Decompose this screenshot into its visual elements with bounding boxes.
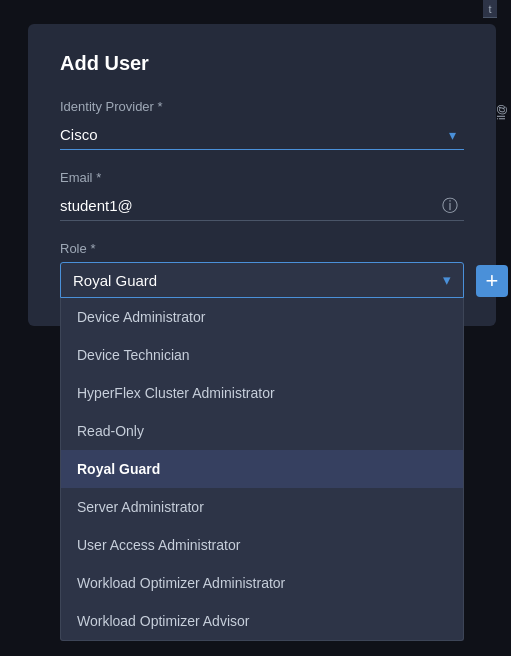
add-icon: + [486, 270, 499, 292]
email-label: Email * [60, 170, 464, 185]
role-option-device-technician[interactable]: Device Technician [61, 336, 463, 374]
role-option-workload-optimizer-administrator[interactable]: Workload Optimizer Administrator [61, 564, 463, 602]
top-tab[interactable]: t [483, 0, 497, 18]
role-selected-value: Royal Guard [73, 272, 157, 289]
role-select-display[interactable]: Royal Guard ▾ [61, 263, 463, 297]
email-input[interactable] [60, 191, 464, 221]
role-option-device-administrator[interactable]: Device Administrator [61, 298, 463, 336]
modal-title: Add User [60, 52, 464, 75]
identity-provider-label: Identity Provider * [60, 99, 464, 114]
role-section: Role * Royal Guard ▾ Device Administrato… [60, 241, 464, 298]
page-wrapper: il@ t Add User Identity Provider * Cisco… [0, 0, 511, 656]
info-icon: ⓘ [442, 196, 458, 217]
role-option-workload-optimizer-advisor[interactable]: Workload Optimizer Advisor [61, 602, 463, 640]
add-role-button[interactable]: + [476, 265, 508, 297]
role-chevron-icon: ▾ [443, 271, 451, 289]
email-input-wrapper: ⓘ [60, 191, 464, 221]
role-header: Role * [60, 241, 464, 256]
role-option-royal-guard[interactable]: Royal Guard [61, 450, 463, 488]
email-field: Email * ⓘ [60, 170, 464, 221]
role-option-read-only[interactable]: Read-Only [61, 412, 463, 450]
identity-provider-select[interactable]: Cisco LDAP Local [60, 120, 464, 150]
role-option-server-administrator[interactable]: Server Administrator [61, 488, 463, 526]
role-option-user-access-administrator[interactable]: User Access Administrator [61, 526, 463, 564]
role-label: Role * [60, 241, 95, 256]
top-tab-label: t [488, 3, 491, 15]
role-option-hyperflex-cluster-administrator[interactable]: HyperFlex Cluster Administrator [61, 374, 463, 412]
role-select-wrapper[interactable]: Royal Guard ▾ [60, 262, 464, 298]
add-user-modal: Add User Identity Provider * Cisco LDAP … [28, 24, 496, 326]
identity-provider-field: Identity Provider * Cisco LDAP Local ▾ [60, 99, 464, 150]
role-dropdown: Device Administrator Device Technician H… [60, 298, 464, 641]
identity-provider-select-wrapper: Cisco LDAP Local ▾ [60, 120, 464, 150]
